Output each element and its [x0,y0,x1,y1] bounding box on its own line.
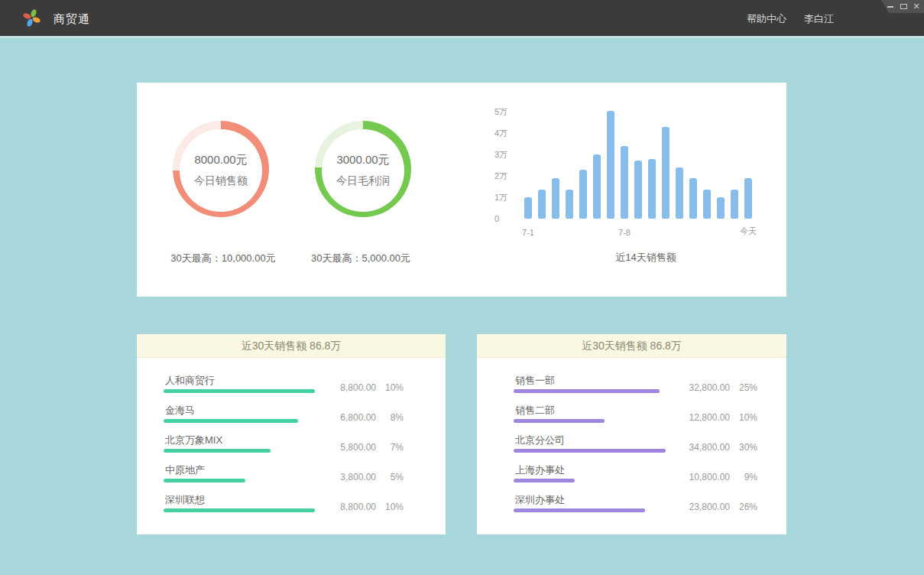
today-profit-donut: 3000.00元 今日毛利润 [315,121,411,217]
ranking-item-amount: 32,800.00 [664,382,730,394]
chart-bar [676,167,683,219]
overview-card: 8000.00元 今日销售额 3000.00元 今日毛利润 30天最高：10,0… [137,83,786,297]
ranking-item-percent: 9% [730,471,757,483]
ranking-item-amount: 3,800.00 [310,471,376,483]
ranking-item-amount: 8,800.00 [310,382,376,394]
ranking-item-bar [514,508,645,512]
chart-bar [552,178,559,219]
ranking-item-amount: 6,800.00 [310,411,376,424]
ranking-item-amount: 8,800.00 [310,501,376,513]
chart-bar [662,127,669,219]
ranking-item-percent: 25% [730,382,757,394]
customer-ranking-title: 近30天销售额 86.8万 [137,334,446,358]
today-sales-amount: 8000.00元 [194,153,247,167]
today-sales-center: 8000.00元 今日销售额 [180,129,262,212]
ranking-row: 人和商贸行8,800.0010% [164,375,446,394]
ranking-row: 销售一部32,800.0025% [514,375,786,394]
ranking-item-bar [514,389,660,393]
y-axis-tick: 0 [494,213,499,224]
department-sales-ranking-card: 近30天销售额 86.8万 销售一部32,800.0025%销售二部12,800… [477,334,786,534]
ranking-item-amount: 34,800.00 [664,441,730,453]
maximize-button[interactable] [899,0,908,13]
ranking-item-bar [164,449,271,453]
ranking-item-bar [514,479,575,482]
x-axis-tick: 今天 [740,226,757,237]
y-axis-tick: 5万 [494,106,507,117]
user-menu[interactable]: 李白江 [804,0,834,36]
ranking-item-amount: 5,800.00 [310,441,376,453]
today-profit-label: 今日毛利润 [336,174,390,188]
maximize-icon [900,4,907,9]
ranking-item-percent: 30% [730,441,757,453]
ranking-item-values: 3,800.005% [310,471,404,483]
chart-bar [689,178,697,219]
window-controls: ✕ [875,0,924,13]
ranking-item-bar [164,479,245,482]
profit-30day-max: 30天最高：5,000.00元 [261,252,460,265]
ranking-item-values: 12,800.0010% [664,411,757,424]
today-profit-amount: 3000.00元 [336,153,389,167]
x-axis-tick: 7-8 [618,228,631,237]
today-sales-donut: 8000.00元 今日销售额 [173,121,269,217]
chart-bar [579,170,587,219]
ranking-item-amount: 12,800.00 [664,411,730,424]
ranking-item-percent: 26% [730,501,757,513]
ranking-item-bar [164,419,298,423]
ranking-row: 深圳联想8,800.0010% [164,494,446,513]
customer-ranking-list: 人和商贸行8,800.0010%金海马6,800.008%北京万象MIX5,80… [137,358,446,513]
ranking-item-values: 32,800.0025% [664,382,757,394]
chart-bar [566,190,573,219]
ranking-item-values: 23,800.0026% [664,501,757,513]
y-axis-tick: 3万 [494,149,507,160]
close-button[interactable]: ✕ [912,0,921,13]
ranking-item-percent: 10% [730,411,757,424]
help-center-link[interactable]: 帮助中心 [747,0,786,36]
chart-bar [703,190,711,219]
ranking-row: 北京分公司34,800.0030% [514,434,786,453]
y-axis-tick: 1万 [494,192,507,203]
ranking-item-values: 8,800.0010% [310,501,404,513]
app-logo-icon [22,8,41,28]
ranking-item-bar [514,419,605,423]
ranking-item-bar [164,389,315,393]
ranking-item-amount: 10,800.00 [664,471,730,483]
ranking-row: 销售二部12,800.0010% [514,404,786,424]
ranking-item-values: 8,800.0010% [310,382,404,394]
ranking-item-percent: 7% [376,441,404,453]
sales-bar-chart: 01万2万3万4万5万 7-17-8今天 [481,98,771,219]
ranking-item-bar [514,449,666,453]
ranking-item-values: 6,800.008% [310,411,404,424]
ranking-row: 上海办事处10,800.009% [514,464,786,483]
ranking-item-values: 5,800.007% [310,441,404,453]
chart-bars: 7-17-8今天 [524,98,752,219]
ranking-item-percent: 10% [376,501,404,513]
chart-bar [717,197,725,219]
y-axis-tick: 2万 [494,171,507,181]
ranking-item-bar [164,508,315,512]
close-icon: ✕ [913,2,919,11]
ranking-row: 中原地产3,800.005% [164,464,446,483]
chart-bar [648,159,656,219]
today-profit-center: 3000.00元 今日毛利润 [322,129,404,212]
x-axis-tick: 7-1 [522,228,534,237]
chart-bar [731,190,738,219]
chart-bar [607,111,614,219]
ranking-item-percent: 10% [376,382,404,394]
ranking-item-values: 34,800.0030% [664,441,757,453]
ranking-row: 金海马6,800.008% [164,404,446,424]
chart-bar [593,154,601,219]
y-axis-tick: 4万 [494,128,507,138]
chart-bar [524,197,532,219]
ranking-item-percent: 5% [376,471,404,483]
chart-title: 近14天销售额 [532,251,760,265]
titlebar-highlight [0,36,924,38]
ranking-item-values: 10,800.009% [664,471,757,483]
ranking-row: 北京万象MIX5,800.007% [164,434,446,453]
ranking-item-amount: 23,800.00 [664,501,730,513]
chart-bar [634,161,642,219]
chart-bar [621,146,628,219]
department-ranking-title: 近30天销售额 86.8万 [477,334,786,358]
today-sales-label: 今日销售额 [194,174,248,188]
minimize-button[interactable] [886,0,895,13]
ranking-row: 深圳办事处23,800.0026% [514,494,786,513]
